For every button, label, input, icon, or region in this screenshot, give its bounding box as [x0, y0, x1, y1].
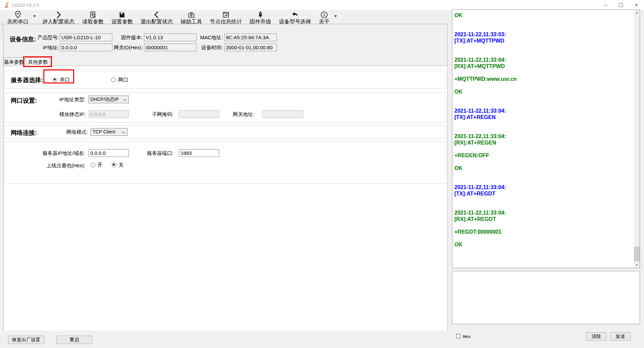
main-panel: 设备信息: 产品型号: 固件版本: MAC地址: IP地址: 网关ID(Hex)… — [3, 24, 448, 331]
scroll-up-icon[interactable]: ▲ — [634, 10, 640, 15]
gateway-address-field[interactable] — [262, 110, 303, 118]
chevron-left-icon — [153, 10, 161, 19]
server-port-field[interactable] — [179, 149, 219, 157]
log-line: 2021-11-22,11:33:03: — [454, 31, 633, 38]
log-scrollbar[interactable]: ▲ ▼ — [634, 10, 640, 268]
chevron-right-icon — [54, 10, 62, 19]
toolbar-read-params[interactable]: 读取参数 — [81, 10, 105, 25]
log-line: [RX]:AT+REGDT — [454, 216, 633, 222]
log-line: OK — [454, 12, 633, 18]
restart-button[interactable]: 重启 — [56, 336, 92, 344]
radio-reg-on[interactable] — [91, 163, 95, 167]
hex-checkbox-label[interactable]: Hex — [463, 334, 470, 339]
toolbar-set-params[interactable]: 设置参数 — [110, 10, 135, 25]
rocket-icon — [256, 10, 264, 19]
dropdown-caret-icon[interactable] — [33, 15, 36, 17]
scroll-down-icon[interactable]: ▼ — [634, 262, 640, 268]
ip-type-label: IP地址类型: — [38, 96, 86, 103]
eth-settings-title: 网口设置: — [11, 97, 37, 105]
annotation-box-tab — [23, 56, 52, 67]
toolbar-aux-tools[interactable]: 辅助工具 — [179, 10, 204, 25]
radio-network[interactable] — [111, 77, 116, 82]
toolbar-exit-config[interactable]: 退出配置状态 — [139, 10, 175, 25]
close-button[interactable]: ✕ — [629, 0, 644, 10]
log-line: +REGEN:OFF — [454, 152, 633, 159]
log-line — [454, 101, 633, 108]
log-line: OK — [454, 241, 633, 248]
log-line: 2021-11-22,11:33:04: — [454, 57, 633, 63]
server-port-label: 服务器端口: — [137, 149, 174, 157]
log-line: OK — [454, 165, 633, 171]
log-content[interactable]: OK 2021-11-22,11:33:03:[TX]:AT+MQTTPWD 2… — [454, 12, 633, 267]
toolbar-node-stats[interactable]: 节点信息统计 — [208, 10, 244, 25]
log-line: 2021-11-22,11:33:04: — [454, 210, 633, 216]
log-line — [454, 159, 633, 165]
log-line: 2021-11-22,11:33:04: — [454, 108, 633, 114]
radio-reg-off[interactable] — [112, 163, 116, 167]
reply-arrow-icon — [291, 10, 299, 19]
log-box[interactable]: OK 2021-11-22,11:33:03:[TX]:AT+MQTTPWD 2… — [452, 9, 640, 268]
toolbar-about[interactable]: 关于 — [317, 10, 331, 25]
server-ip-label: 服务器IP地址/域名: — [32, 149, 85, 157]
hex-checkbox[interactable] — [456, 334, 460, 338]
group-server-conf: 服务器IP地址/域名: 服务器端口: 上线注册包(Hex): 开 关 — [4, 142, 446, 184]
gateway-id-label: 网关ID(Hex): — [104, 44, 143, 51]
log-line: [TX]:AT+REGDT — [454, 190, 633, 197]
log-line: +REGDT:00000001 — [454, 229, 633, 235]
device-time-label: 设备时间: — [185, 44, 223, 51]
group-eth-settings: 网口设置: IP地址类型: DHCP/动态IP 模块静态IP: 子网掩码: 网关… — [4, 93, 446, 122]
log-line — [454, 25, 633, 31]
log-line — [454, 127, 633, 133]
radio-reg-off-label[interactable]: 关 — [118, 162, 123, 168]
log-line — [454, 82, 633, 89]
server-ip-field[interactable] — [89, 149, 129, 157]
net-mode-label: 网络模式: — [41, 128, 88, 136]
log-line — [454, 171, 633, 178]
server-select-title: 服务器选择: — [11, 76, 43, 84]
radio-reg-on-label[interactable]: 开 — [97, 162, 102, 168]
ip-type-dropdown[interactable]: DHCP/动态IP — [88, 96, 129, 103]
static-ip-field[interactable] — [88, 110, 129, 118]
log-line — [454, 197, 633, 203]
tab-basic-params[interactable]: 基本参数 — [4, 57, 24, 66]
toolbar-close-serial[interactable]: 关闭串口 — [5, 10, 30, 25]
ip-type-value: DHCP/动态IP — [90, 97, 119, 102]
pin-check-icon — [14, 10, 22, 19]
save-icon — [118, 10, 126, 19]
subnet-mask-field[interactable] — [179, 110, 219, 118]
toolbar-firmware-upgrade[interactable]: 固件升级 — [248, 10, 273, 25]
send-button[interactable]: 发送 — [610, 332, 631, 341]
toolbox-icon — [187, 10, 195, 19]
toolbar-enter-config[interactable]: 进入配置状态 — [41, 10, 76, 25]
ip-address-label: IP地址: — [21, 44, 59, 51]
gateway-address-label: 网关地址: — [217, 110, 254, 118]
scrollbar-thumb[interactable] — [634, 246, 640, 262]
chevron-down-icon — [123, 97, 127, 101]
device-time-field[interactable] — [224, 44, 277, 51]
log-line: OK — [454, 89, 633, 95]
net-mode-dropdown[interactable]: TCP Client — [91, 128, 128, 136]
mac-address-field[interactable] — [224, 34, 277, 41]
log-line — [454, 50, 633, 57]
annotation-box-serial-radio — [43, 69, 74, 83]
log-line — [454, 18, 633, 25]
subnet-mask-label: 子网掩码: — [137, 110, 174, 118]
log-line: 2021-11-22,11:33:04: — [454, 133, 633, 139]
factory-reset-button[interactable]: 恢复出厂设置 — [8, 336, 44, 344]
net-mode-value: TCP Client — [93, 129, 115, 134]
clear-button[interactable]: 清除 — [586, 332, 606, 341]
minimize-button[interactable]: ─ — [598, 0, 613, 10]
dropdown-caret-icon[interactable] — [334, 15, 337, 17]
reg-packet-label: 上线注册包(Hex): — [32, 162, 85, 169]
static-ip-label: 模块静态IP: — [38, 110, 86, 118]
log-line: [RX]:AT+MQTTPWD — [454, 63, 633, 69]
log-line — [454, 146, 633, 152]
app-logo-icon — [3, 2, 10, 8]
group-net-conn: 网络连接: 网络模式: TCP Client — [4, 125, 446, 138]
maximize-icon — [619, 3, 623, 7]
toolbar-device-model-select[interactable]: 设备型号选择 — [277, 10, 313, 25]
log-line: [TX]:AT+MQTTPWD — [454, 38, 633, 44]
maximize-button[interactable] — [613, 0, 629, 10]
radio-network-label[interactable]: 网口 — [118, 77, 128, 82]
send-input-box[interactable] — [452, 271, 640, 324]
